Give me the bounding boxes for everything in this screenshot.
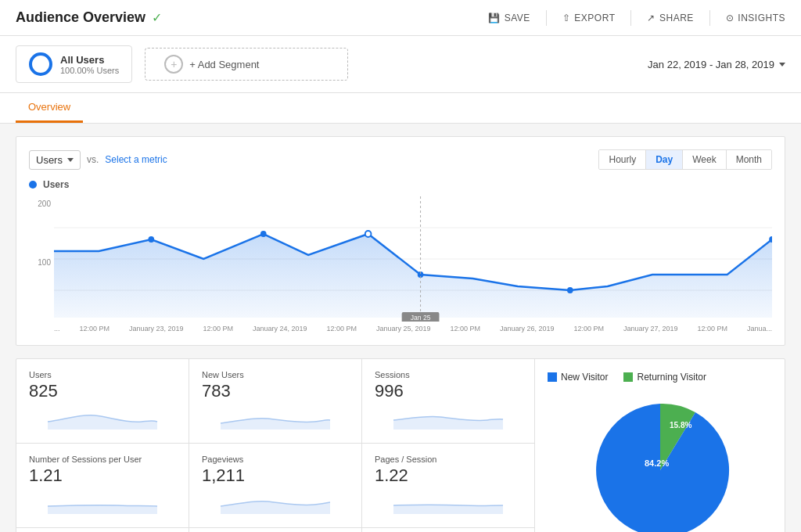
stats-row-2: Number of Sessions per User 1.21 Pagevie…: [16, 444, 534, 528]
header-left: Audience Overview ✓: [16, 9, 162, 26]
segment-left: All Users 100.00% Users + + Add Segment: [16, 45, 348, 83]
y-mid-label: 100: [38, 258, 51, 267]
data-point-2: [260, 231, 267, 237]
x-label-4: January 24, 2019: [253, 325, 307, 332]
sessions-per-user-value: 1.21: [29, 466, 176, 486]
page-header: Audience Overview ✓ 💾 SAVE ⇧ EXPORT ↗ SH…: [0, 0, 801, 36]
pie-legend: New Visitor Returning Visitor: [548, 372, 706, 383]
verified-icon: ✓: [152, 10, 162, 25]
tab-overview-label: Overview: [28, 101, 70, 113]
x-label-6: January 25, 2019: [376, 325, 431, 332]
x-label-11: 12:00 PM: [697, 325, 727, 332]
hourly-button[interactable]: Hourly: [599, 150, 646, 169]
divider-3: [709, 10, 710, 26]
x-label-7: 12:00 PM: [450, 325, 480, 332]
chart-plot: Jan 25 ... 12:00 PM January 23, 2019 12:…: [54, 196, 772, 332]
export-button[interactable]: ⇧ EXPORT: [562, 13, 616, 23]
segment-name: All Users: [60, 54, 119, 66]
metric-dropdown[interactable]: Users: [29, 150, 81, 170]
chart-area: 200 100: [29, 196, 772, 332]
chart-svg: Jan 25: [54, 196, 772, 322]
users-legend-label: Users: [43, 179, 69, 190]
new-users-sparkline: [202, 406, 349, 430]
sessions-value: 996: [375, 381, 522, 401]
insights-icon: ⊙: [726, 13, 735, 23]
stat-sessions: Sessions 996: [362, 359, 534, 443]
sessions-label: Sessions: [375, 370, 522, 379]
stat-new-users: New Users 783: [189, 359, 362, 443]
x-label-9: 12:00 PM: [573, 325, 604, 332]
chart-legend: Users: [29, 179, 772, 190]
divider-1: [546, 10, 547, 26]
week-button[interactable]: Week: [683, 150, 726, 169]
sessions-per-user-sparkline: [29, 491, 176, 514]
main-content: Users vs. Select a metric Hourly Day Wee…: [0, 124, 801, 532]
save-icon: 💾: [488, 13, 501, 23]
header-actions: 💾 SAVE ⇧ EXPORT ↗ SHARE ⊙ INSIGHTS: [488, 10, 785, 26]
x-label-2: January 23, 2019: [129, 325, 184, 332]
returning-visitor-dot: [623, 372, 633, 382]
pageviews-value: 1,211: [202, 466, 349, 486]
share-icon: ↗: [647, 13, 656, 23]
share-button[interactable]: ↗ SHARE: [647, 13, 693, 23]
date-range-text: Jan 22, 2019 - Jan 28, 2019: [648, 59, 774, 70]
pie-svg: 84.2% 15.8%: [582, 392, 738, 532]
day-button[interactable]: Day: [646, 150, 683, 169]
new-visitor-dot: [548, 372, 557, 382]
select-metric-link[interactable]: Select a metric: [105, 154, 167, 165]
chart-area-fill: [54, 234, 772, 318]
stats-row-3: Avg. Session Duration 00:01:18 Bounce Ra…: [16, 528, 534, 532]
data-point-1: [148, 236, 154, 243]
page-title: Audience Overview: [16, 9, 145, 26]
line-chart: Jan 25: [54, 196, 772, 322]
all-users-segment[interactable]: All Users 100.00% Users: [16, 45, 132, 83]
x-label-0: ...: [54, 325, 60, 332]
x-label-10: January 27, 2019: [623, 325, 678, 332]
x-label-12: Janua...: [747, 325, 772, 332]
insights-button[interactable]: ⊙ INSIGHTS: [726, 13, 785, 23]
bottom-section: Users 825 New Users 783 Sess: [16, 358, 785, 532]
tab-overview[interactable]: Overview: [16, 93, 83, 123]
stat-avg-session: Avg. Session Duration 00:01:18: [16, 528, 189, 532]
x-axis-labels: ... 12:00 PM January 23, 2019 12:00 PM J…: [54, 322, 772, 332]
date-range-picker[interactable]: Jan 22, 2019 - Jan 28, 2019: [648, 59, 785, 70]
stat-bounce-rate: Bounce Rate 86.04%: [189, 528, 362, 532]
pageviews-sparkline: [202, 491, 349, 514]
users-value: 825: [29, 381, 176, 401]
stats-panel: Users 825 New Users 783 Sess: [16, 359, 534, 532]
tooltip-text: Jan 25: [411, 314, 431, 322]
stat-pages-session: Pages / Session 1.22: [362, 444, 534, 527]
x-label-8: January 26, 2019: [500, 325, 555, 332]
export-label: EXPORT: [574, 13, 615, 23]
time-period-buttons: Hourly Day Week Month: [598, 149, 772, 170]
stats-row-1: Users 825 New Users 783 Sess: [16, 359, 534, 444]
new-users-label: New Users: [202, 370, 349, 379]
segment-info: All Users 100.00% Users: [60, 54, 119, 75]
metric-selector: Users vs. Select a metric: [29, 150, 167, 170]
chart-section: Users vs. Select a metric Hourly Day Wee…: [16, 136, 785, 346]
add-segment-button[interactable]: + + Add Segment: [145, 48, 348, 81]
returning-visitor-legend: Returning Visitor: [623, 372, 706, 383]
pages-session-label: Pages / Session: [375, 455, 522, 464]
returning-pct-label: 15.8%: [670, 421, 691, 430]
share-label: SHARE: [659, 13, 694, 23]
sessions-sparkline: [375, 406, 522, 430]
returning-visitor-label: Returning Visitor: [637, 372, 706, 383]
save-button[interactable]: 💾 SAVE: [488, 13, 530, 23]
new-visitor-pct-label: 84.2%: [645, 458, 669, 468]
metric-chevron-icon: [67, 158, 74, 162]
insights-label: INSIGHTS: [738, 13, 785, 23]
users-label: Users: [29, 370, 176, 379]
users-legend-dot: [29, 181, 37, 189]
data-point-5: [567, 287, 573, 293]
pie-chart: 84.2% 15.8%: [582, 392, 738, 532]
pages-session-value: 1.22: [375, 466, 522, 486]
segment-pct: 100.00% Users: [60, 66, 119, 75]
pageviews-label: Pageviews: [202, 455, 349, 464]
stat-sessions-per-user: Number of Sessions per User 1.21: [16, 444, 189, 527]
chart-controls: Users vs. Select a metric Hourly Day Wee…: [29, 149, 772, 170]
data-point-3: [365, 231, 372, 237]
month-button[interactable]: Month: [727, 150, 771, 169]
export-icon: ⇧: [562, 13, 571, 23]
new-visitor-label: New Visitor: [561, 372, 608, 383]
